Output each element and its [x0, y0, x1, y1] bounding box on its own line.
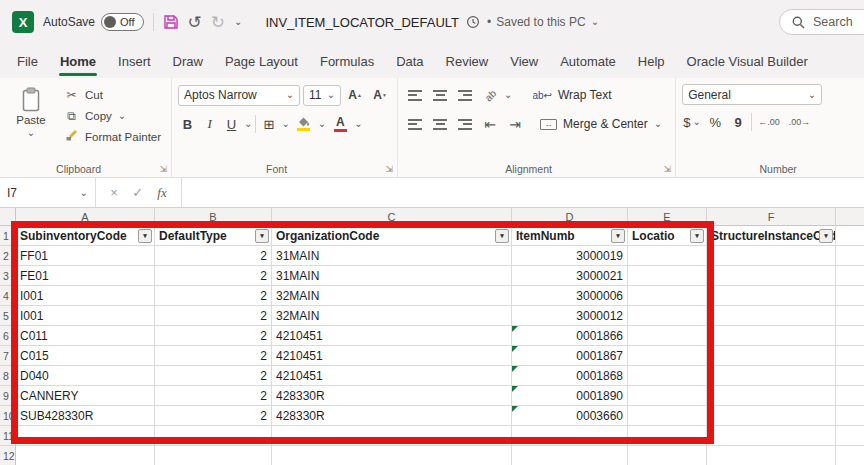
cell-A1[interactable]: SubinventoryCode▾: [16, 226, 155, 246]
underline-chevron-icon[interactable]: ⌄: [244, 119, 252, 129]
cell-B6[interactable]: 2: [155, 326, 272, 346]
font-color-chevron-icon[interactable]: ⌄: [354, 119, 362, 129]
cell-D7[interactable]: 0001867: [512, 346, 628, 366]
cell-E2[interactable]: [628, 246, 707, 266]
cell-E8[interactable]: [628, 366, 707, 386]
row-header-6[interactable]: 6: [0, 326, 16, 346]
paste-button[interactable]: Paste ⌄: [8, 84, 54, 147]
search-input[interactable]: Search: [779, 9, 864, 35]
filter-button-D[interactable]: ▾: [611, 229, 625, 243]
autosave-toggle[interactable]: AutoSave Off: [43, 13, 144, 31]
cell-E11[interactable]: [628, 426, 707, 446]
underline-button[interactable]: U: [222, 114, 241, 134]
align-bottom-button[interactable]: [454, 84, 476, 106]
increase-indent-button[interactable]: ⇥: [504, 113, 526, 135]
cancel-button[interactable]: ×: [110, 185, 118, 200]
comma-style-button[interactable]: 9: [728, 112, 748, 132]
filter-button-F[interactable]: ▾: [819, 229, 833, 243]
cell-A5[interactable]: I001: [16, 306, 155, 326]
cell-G5[interactable]: [836, 306, 864, 326]
cell-C12[interactable]: [272, 446, 512, 465]
borders-button[interactable]: ⊞: [259, 114, 278, 134]
version-history-icon[interactable]: [466, 15, 480, 29]
cell-B3[interactable]: 2: [155, 266, 272, 286]
row-header-4[interactable]: 4: [0, 286, 16, 306]
cut-button[interactable]: ✂ Cut: [60, 84, 165, 105]
orientation-button[interactable]: ab: [479, 84, 501, 106]
align-top-button[interactable]: [404, 84, 426, 106]
cell-E3[interactable]: [628, 266, 707, 286]
row-header-1[interactable]: 1: [0, 226, 16, 246]
column-header-G[interactable]: G: [836, 208, 864, 226]
ribbon-tab-view[interactable]: View: [499, 45, 549, 78]
cell-C7[interactable]: 4210451: [272, 346, 512, 366]
ribbon-tab-oracle-visual-builder[interactable]: Oracle Visual Builder: [676, 45, 819, 78]
alignment-dialog-launcher[interactable]: ⇲: [664, 165, 672, 174]
cell-A2[interactable]: FF01: [16, 246, 155, 266]
ribbon-tab-draw[interactable]: Draw: [162, 45, 214, 78]
bold-button[interactable]: B: [178, 114, 197, 134]
cell-F11[interactable]: [707, 426, 836, 446]
cell-D10[interactable]: 0003660: [512, 406, 628, 426]
cell-A11[interactable]: [16, 426, 155, 446]
fill-color-chevron-icon[interactable]: ⌄: [318, 119, 326, 129]
cell-C6[interactable]: 4210451: [272, 326, 512, 346]
cell-A3[interactable]: FE01: [16, 266, 155, 286]
percent-style-button[interactable]: %: [705, 112, 725, 132]
cell-A4[interactable]: I001: [16, 286, 155, 306]
cell-B10[interactable]: 2: [155, 406, 272, 426]
number-format-combobox[interactable]: General ⌄: [682, 84, 822, 105]
cell-C5[interactable]: 32MAIN: [272, 306, 512, 326]
cell-G1[interactable]: [836, 226, 864, 246]
cell-F6[interactable]: [707, 326, 836, 346]
row-header-3[interactable]: 3: [0, 266, 16, 286]
copy-button[interactable]: ⧉ Copy ⌄: [60, 105, 165, 126]
cell-A12[interactable]: [16, 446, 155, 465]
cell-D6[interactable]: 0001866: [512, 326, 628, 346]
fill-color-button[interactable]: [293, 113, 315, 135]
excel-logo-icon[interactable]: X: [12, 11, 34, 33]
formula-input[interactable]: [182, 178, 864, 207]
column-header-A[interactable]: A: [16, 208, 155, 226]
cell-B7[interactable]: 2: [155, 346, 272, 366]
cell-F1[interactable]: StructureInstanceCod▾: [707, 226, 836, 246]
ribbon-tab-help[interactable]: Help: [627, 45, 676, 78]
cell-G8[interactable]: [836, 366, 864, 386]
cell-D4[interactable]: 3000006: [512, 286, 628, 306]
cell-D12[interactable]: [512, 446, 628, 465]
cell-E7[interactable]: [628, 346, 707, 366]
cell-E1[interactable]: Locatio▾: [628, 226, 707, 246]
cell-B4[interactable]: 2: [155, 286, 272, 306]
quick-access-chevron-icon[interactable]: ⌄: [234, 17, 242, 27]
cell-E4[interactable]: [628, 286, 707, 306]
save-icon[interactable]: [163, 14, 179, 30]
ribbon-tab-home[interactable]: Home: [49, 45, 107, 78]
insert-function-button[interactable]: fx: [157, 185, 166, 201]
format-painter-button[interactable]: Format Painter: [60, 126, 165, 147]
row-header-2[interactable]: 2: [0, 246, 16, 266]
column-header-E[interactable]: E: [628, 208, 707, 226]
cell-G9[interactable]: [836, 386, 864, 406]
align-left-button[interactable]: [404, 113, 426, 135]
cell-G7[interactable]: [836, 346, 864, 366]
filter-button-B[interactable]: ▾: [255, 229, 269, 243]
grow-font-button[interactable]: A ▲: [344, 84, 366, 106]
cell-C1[interactable]: OrganizationCode▾: [272, 226, 512, 246]
cell-A10[interactable]: SUB428330R: [16, 406, 155, 426]
cell-F10[interactable]: [707, 406, 836, 426]
filter-button-E[interactable]: ▾: [690, 229, 704, 243]
cell-C3[interactable]: 31MAIN: [272, 266, 512, 286]
cell-D5[interactable]: 3000012: [512, 306, 628, 326]
column-header-F[interactable]: F: [707, 208, 836, 226]
cell-C4[interactable]: 32MAIN: [272, 286, 512, 306]
cell-E12[interactable]: [628, 446, 707, 465]
cell-C9[interactable]: 428330R: [272, 386, 512, 406]
cell-F5[interactable]: [707, 306, 836, 326]
cell-A7[interactable]: C015: [16, 346, 155, 366]
filter-button-A[interactable]: ▾: [138, 229, 152, 243]
row-header-5[interactable]: 5: [0, 306, 16, 326]
cell-F8[interactable]: [707, 366, 836, 386]
decrease-decimal-button[interactable]: .00→: [786, 115, 814, 129]
font-color-button[interactable]: A: [329, 113, 351, 135]
cell-B12[interactable]: [155, 446, 272, 465]
